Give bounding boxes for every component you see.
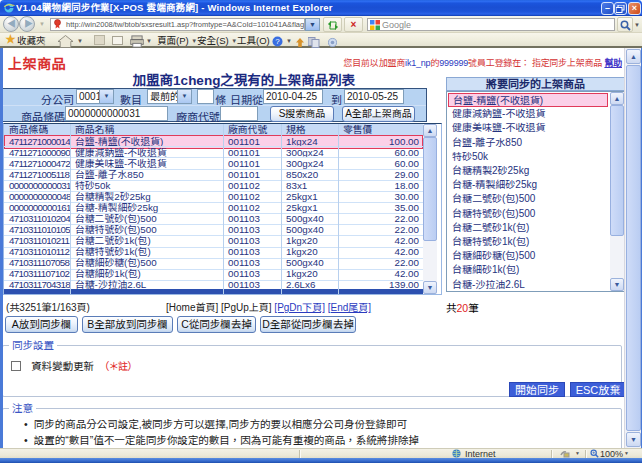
svg-text:?: ? <box>275 37 280 46</box>
